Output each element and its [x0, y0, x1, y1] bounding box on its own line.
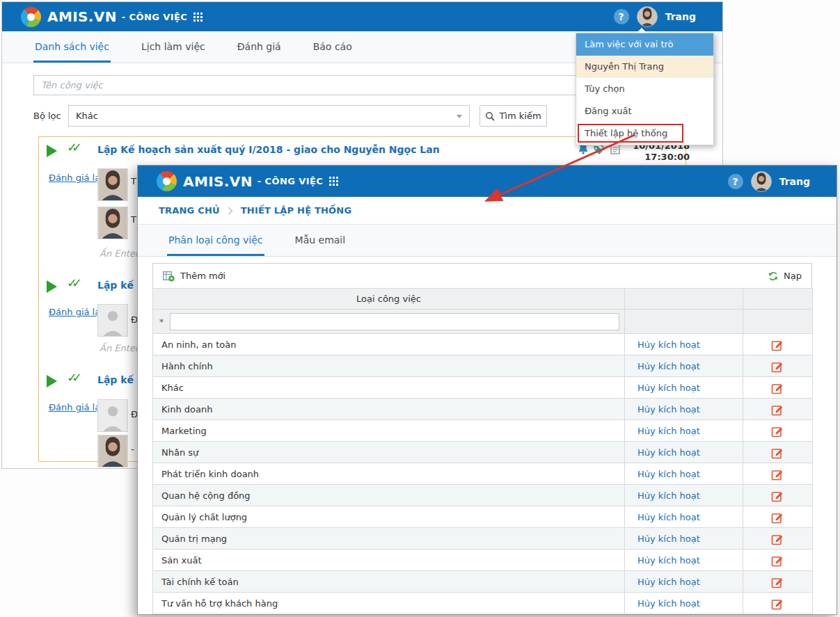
start-task-icon[interactable] [47, 280, 57, 293]
edit-icon[interactable] [771, 403, 784, 416]
task-type-row: Tài chính kế toán Hủy kích hoạt [153, 571, 813, 593]
help-icon[interactable]: ? [728, 174, 743, 189]
assignee-avatar-placeholder [97, 304, 128, 337]
edit-icon[interactable] [771, 598, 784, 610]
edit-icon[interactable] [771, 533, 784, 545]
task-type-rows: An ninh, an toàn Hủy kích hoạt Hành chín… [153, 334, 813, 614]
search-icon [485, 111, 495, 121]
complete-task-icon[interactable]: ✓✓ [67, 275, 77, 290]
assignee-avatar [97, 168, 128, 201]
deactivate-link[interactable]: Hủy kích hoạt [637, 339, 700, 350]
deactivate-link[interactable]: Hủy kích hoạt [637, 404, 700, 415]
task-title[interactable]: Lập Kế hoạch sản xuất quý I/2018 - giao … [97, 144, 440, 155]
user-avatar[interactable] [637, 6, 658, 27]
edit-icon[interactable] [771, 554, 784, 567]
menu-item-current-user[interactable]: Nguyễn Thị Trang [576, 56, 713, 78]
edit-icon[interactable] [771, 425, 784, 438]
tab-mau-email[interactable]: Mẫu email [294, 225, 347, 256]
start-task-icon[interactable] [47, 145, 57, 157]
app-grid-icon[interactable] [329, 177, 338, 186]
app-grid-icon[interactable] [193, 13, 203, 22]
edit-icon[interactable] [771, 490, 784, 502]
filter-select[interactable]: Khác [68, 105, 470, 127]
help-icon[interactable]: ? [614, 9, 629, 24]
column-header-edit [743, 289, 813, 310]
tab-danh-sach-viec[interactable]: Danh sách việc [33, 31, 111, 63]
edit-icon[interactable] [771, 382, 784, 394]
task-type-row: Hành chính Hủy kích hoạt [153, 355, 813, 377]
edit-icon[interactable] [771, 339, 784, 351]
filter-marker: * [153, 316, 170, 327]
search-button[interactable]: Tìm kiếm [480, 105, 547, 127]
deactivate-link[interactable]: Hủy kích hoạt [637, 469, 700, 479]
start-task-icon[interactable] [47, 375, 57, 387]
edit-icon[interactable] [771, 511, 784, 524]
complete-task-icon[interactable]: ✓✓ [67, 140, 77, 154]
chevron-right-icon [225, 207, 232, 214]
deactivate-link[interactable]: Hủy kích hoạt [637, 577, 700, 587]
deactivate-link[interactable]: Hủy kích hoạt [637, 512, 700, 522]
tab-lich-lam-viec[interactable]: Lịch làm việc [140, 31, 207, 63]
user-menu: Làm việc với vai trò Nguyễn Thị Trang Tù… [576, 33, 714, 145]
task-type-filter-input[interactable] [170, 313, 619, 330]
tab-bao-cao[interactable]: Báo cáo [312, 31, 354, 63]
task-type-name: Quản trị mạng [153, 528, 625, 550]
edit-icon[interactable] [771, 468, 784, 481]
menu-item-options[interactable]: Tùy chọn [576, 78, 713, 100]
assignee-avatar [97, 435, 128, 467]
task-type-panel: Thêm mới Nạp Loại công việc * [152, 263, 812, 614]
chevron-down-icon [457, 115, 462, 118]
deactivate-link[interactable]: Hủy kích hoạt [637, 490, 700, 501]
assignee-avatar [97, 207, 128, 239]
edit-icon[interactable] [771, 576, 784, 588]
re-evaluate-link[interactable]: Đánh giá lại [49, 173, 103, 183]
tab-phan-loai-cong-viec[interactable]: Phân loại công việc [167, 225, 264, 256]
tab-danh-gia[interactable]: Đánh giá [236, 31, 283, 63]
user-name[interactable]: Trang [665, 11, 696, 22]
filter-label: Bộ lọc [33, 111, 68, 121]
edit-icon[interactable] [771, 360, 784, 373]
task-type-row: Nhân sự Hủy kích hoạt [153, 442, 813, 463]
deactivate-link[interactable]: Hủy kích hoạt [637, 383, 700, 393]
app-header: AMIS.VN - CÔNG VIỆC ? Trang [138, 166, 837, 197]
task-type-row: Quản lý chất lượng Hủy kích hoạt [153, 506, 813, 528]
app-title: - CÔNG VIỆC [257, 176, 323, 186]
deactivate-link[interactable]: Hủy kích hoạt [637, 426, 700, 436]
filter-row: Bộ lọc Khác Tìm kiếm [33, 105, 547, 127]
menu-item-logout[interactable]: Đăng xuất [576, 100, 713, 122]
filter-select-value: Khác [76, 111, 98, 121]
assignee-avatar-placeholder [97, 399, 128, 432]
amis-logo-icon [157, 171, 177, 191]
deactivate-link[interactable]: Hủy kích hoạt [637, 447, 700, 458]
deactivate-link[interactable]: Hủy kích hoạt [637, 361, 700, 371]
menu-header-role: Làm việc với vai trò [576, 33, 713, 56]
task-type-row: Kinh doanh Hủy kích hoạt [153, 399, 813, 420]
menu-item-system-settings[interactable]: Thiết lập hệ thống [576, 122, 713, 145]
task-type-name: Tài chính kế toán [153, 571, 625, 593]
complete-task-icon[interactable]: ✓✓ [67, 370, 77, 385]
user-avatar[interactable] [751, 171, 772, 192]
deactivate-link[interactable]: Hủy kích hoạt [637, 598, 700, 609]
task-type-name: Nhân sự [153, 442, 625, 463]
assignee-name-fragment: T [131, 214, 136, 225]
assignee-name-fragment: - [131, 444, 134, 454]
edit-icon[interactable] [771, 447, 784, 459]
refresh-icon [768, 271, 779, 282]
re-evaluate-link[interactable]: Đánh giá lại [49, 307, 103, 317]
breadcrumb-home[interactable]: TRANG CHỦ [159, 205, 220, 216]
refresh-button[interactable]: Nạp [768, 271, 802, 282]
brand-name: AMIS.VN [47, 8, 117, 25]
brand-name: AMIS.VN [183, 173, 253, 190]
re-evaluate-link[interactable]: Đánh giá lại [49, 402, 103, 412]
deactivate-link[interactable]: Hủy kích hoạt [637, 534, 700, 544]
task-type-row: Tư vấn hỗ trợ khách hàng Hủy kích hoạt [153, 593, 813, 614]
menu-caret [637, 28, 647, 33]
add-new-button[interactable]: Thêm mới [163, 271, 225, 282]
deactivate-link[interactable]: Hủy kích hoạt [637, 555, 700, 566]
task-type-table: Loại công việc * An ninh, an to [152, 288, 813, 614]
breadcrumb-current: THIẾT LẬP HỆ THỐNG [241, 205, 352, 216]
assignee-name-fragment: T [131, 176, 136, 186]
task-type-name: Kinh doanh [153, 399, 625, 420]
task-type-row: Quản trị mạng Hủy kích hoạt [153, 528, 813, 550]
user-name[interactable]: Trang [779, 176, 810, 187]
